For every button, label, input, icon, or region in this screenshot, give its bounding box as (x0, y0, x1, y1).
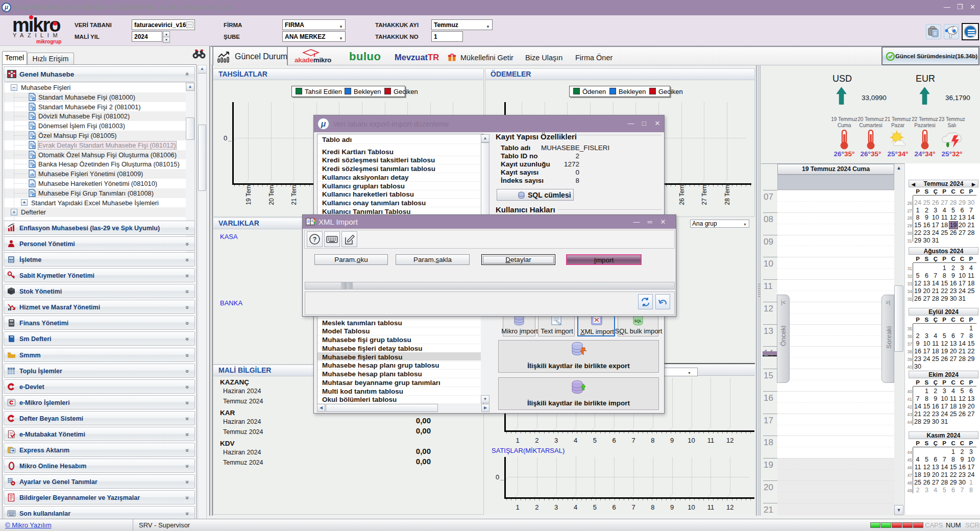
svg-text:?: ? (313, 235, 317, 243)
svg-text:SQL: SQL (634, 319, 642, 323)
